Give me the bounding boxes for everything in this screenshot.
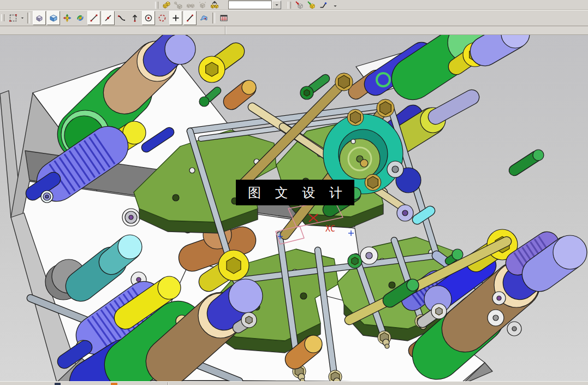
pillar-a-lavender-cap[interactable]: [165, 35, 195, 64]
washer-8-hole[interactable]: [366, 252, 372, 259]
ring-screw-1[interactable]: [347, 109, 364, 126]
wcs-label[interactable]: XC: [325, 224, 335, 234]
hole-dark-7[interactable]: [389, 282, 395, 288]
pillar-m-lavender-cap[interactable]: [229, 279, 263, 313]
sleeve-teal-cap[interactable]: [118, 235, 142, 259]
washer-3-hole[interactable]: [136, 277, 141, 282]
washer-silver-hole[interactable]: [392, 166, 399, 173]
screw-white-hex[interactable]: [436, 307, 442, 315]
taskbar-sliver: [0, 381, 588, 385]
toolbar-grip[interactable]: [1, 14, 4, 21]
bolt-green-shaft-1[interactable]: [312, 79, 325, 88]
snap-point-icon[interactable]: [61, 11, 73, 25]
graphics-window[interactable]: XC 图 文 设 计: [0, 35, 588, 381]
washer-1-hole[interactable]: [45, 195, 49, 198]
washer-lav-hole[interactable]: [402, 210, 408, 216]
selection-scope-combo: [228, 1, 281, 9]
pin-green-re-shaft[interactable]: [514, 156, 536, 170]
bolt-green-hex-1[interactable]: [304, 90, 310, 96]
shaded-cube-icon[interactable]: [33, 11, 46, 25]
pin-green-re-cap[interactable]: [533, 150, 544, 161]
select-rect-icon[interactable]: [7, 11, 19, 25]
model-canvas[interactable]: XC: [0, 35, 588, 381]
stub-orange-c7-cap[interactable]: [305, 335, 322, 353]
toolbar-separator: [212, 13, 215, 23]
toolbar-grip[interactable]: [155, 2, 158, 9]
open-box-icon[interactable]: [47, 11, 60, 25]
yellow-cube-green-arrow-icon[interactable]: [305, 1, 317, 9]
prompt-right: [226, 26, 588, 34]
hole-dark-1[interactable]: [173, 194, 179, 201]
center-point-icon[interactable]: [142, 11, 155, 25]
quadrant-point-icon[interactable]: [129, 11, 141, 25]
ring-dot-gold[interactable]: [360, 159, 368, 167]
measure-distance-icon[interactable]: [317, 1, 329, 9]
explode-view-icon[interactable]: [209, 1, 221, 9]
washer-5-hole[interactable]: [493, 315, 498, 321]
bolt-green-head-2[interactable]: [199, 97, 209, 106]
angle-pin-1-head[interactable]: [335, 73, 353, 91]
screw-yellow-hex-1[interactable]: [206, 62, 218, 76]
ring-screw-2[interactable]: [365, 174, 381, 191]
angle-pin-2-head[interactable]: [377, 99, 394, 117]
washer-6-hole[interactable]: [512, 327, 516, 331]
taskbar-icon-1[interactable]: [55, 383, 61, 385]
toolbar-snap-point: [0, 10, 588, 26]
mirror-cubes-icon[interactable]: [185, 1, 197, 9]
hole-light-1[interactable]: [189, 168, 195, 173]
taskbar-icon-2[interactable]: [111, 383, 117, 385]
face-point-icon[interactable]: [198, 11, 210, 25]
cyl-lavender-fr-cap[interactable]: [553, 235, 587, 269]
selection-scope-input[interactable]: [228, 1, 272, 9]
array-cube-icon[interactable]: [197, 1, 209, 9]
watermark-banner: 图 文 设 计: [236, 180, 354, 205]
combo-dropdown-button[interactable]: [272, 1, 281, 9]
plus-point-icon[interactable]: [169, 11, 182, 25]
prompt-left: [0, 26, 225, 34]
view-icon-group: [293, 1, 341, 9]
dropdown-caret-icon[interactable]: [20, 11, 25, 25]
pin-green-c6-cap[interactable]: [407, 279, 419, 291]
nipple-3-t2[interactable]: [385, 344, 389, 348]
grid-point-icon[interactable]: [218, 11, 230, 25]
bolt-green-shaft-2[interactable]: [209, 91, 217, 98]
hole-dark-6[interactable]: [300, 293, 307, 299]
assemblies-cubes-icon[interactable]: [161, 1, 173, 9]
component-wrench-icon[interactable]: [173, 1, 185, 9]
toolbar-separator: [27, 13, 30, 23]
red-arrow-cube-icon[interactable]: [293, 1, 305, 9]
screw-green-c5-hex[interactable]: [352, 257, 358, 265]
toolbar-assemblies: [0, 0, 588, 10]
dropdown-caret-icon[interactable]: [329, 1, 341, 9]
assembly-icon-group: [161, 1, 221, 9]
circle-dashed-icon[interactable]: [156, 11, 168, 25]
end-point-icon[interactable]: [87, 11, 100, 25]
washer-7-hole[interactable]: [497, 296, 501, 300]
svg-text:XC: XC: [325, 224, 335, 234]
sprue-dot-white[interactable]: [351, 139, 355, 144]
washer-2-hole[interactable]: [129, 215, 133, 220]
pin-green-rp-head[interactable]: [452, 249, 463, 260]
toolbar-grip[interactable]: [288, 2, 291, 9]
mid-point-icon[interactable]: [102, 11, 115, 25]
rod-yellow-2-cap[interactable]: [158, 276, 181, 299]
tube-lavender-rm[interactable]: [436, 97, 472, 117]
snap-icon-group: [7, 11, 230, 25]
point-on-curve-icon[interactable]: [116, 11, 128, 25]
slash-point-icon[interactable]: [183, 11, 197, 25]
screw-silver-hex-1[interactable]: [246, 316, 252, 324]
screw-white-shaft[interactable]: [423, 315, 433, 322]
stub-orange-cap[interactable]: [242, 80, 256, 94]
taskbar-divider: [168, 382, 169, 385]
snap-rotate-icon[interactable]: [74, 11, 86, 25]
prompt-bar: [0, 26, 588, 35]
